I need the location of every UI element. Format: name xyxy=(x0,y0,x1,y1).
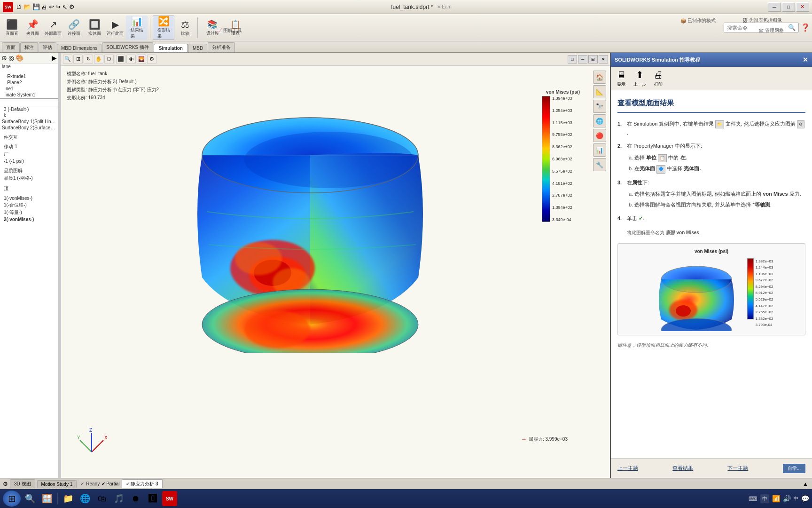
zoom-area-icon[interactable]: ⊞ xyxy=(73,55,83,64)
new-file-icon[interactable]: 🗋 xyxy=(16,3,22,11)
quick-icon-5[interactable]: 🔴 xyxy=(593,129,606,142)
tree-item-study3[interactable]: 3 (-Default-) xyxy=(0,106,58,112)
print-icon[interactable]: 🖨 xyxy=(41,3,47,11)
taskbar-icon-taskview[interactable]: 🪟 xyxy=(39,491,55,506)
connections-btn[interactable]: 🔗连接面 xyxy=(64,16,84,40)
compare-btn[interactable]: ⚖比较 xyxy=(175,16,195,40)
properties-icon[interactable]: ⚙ xyxy=(69,3,75,11)
tree-item-vonmises2[interactable]: 2(-vonMises-) xyxy=(0,216,58,222)
existing-models-btn[interactable]: 📦已制作的模式 xyxy=(678,16,718,25)
tree-item-quality-plot[interactable]: 品质图解 xyxy=(0,167,58,175)
quick-icon-1[interactable]: 🏠 xyxy=(593,71,606,84)
tab-simulation[interactable]: Simulation xyxy=(154,44,188,52)
close-btn[interactable]: ✕ xyxy=(796,2,809,12)
tree-item-strain1[interactable]: 1(-等量-) xyxy=(0,209,58,216)
chart-tools-btn[interactable]: 📈图解工具 xyxy=(216,27,242,34)
select-tool-icon[interactable]: ↖ xyxy=(62,3,68,11)
fixtures-btn[interactable]: 📌夹具面 xyxy=(23,16,42,40)
feature-tree-icon[interactable]: ⊕ xyxy=(1,54,7,62)
print-tutorial-btn[interactable]: 🖨打印 xyxy=(654,70,663,87)
view-results-link[interactable]: 查看结果 xyxy=(672,465,693,472)
quick-icon-3[interactable]: 🔭 xyxy=(593,100,606,113)
tree-item-displacement1[interactable]: 1(-合位移-) xyxy=(0,201,58,209)
tree-item-k[interactable]: k xyxy=(0,112,58,119)
tree-item-vonmises1[interactable]: 1(-vonMises-) xyxy=(0,195,58,201)
search-icon[interactable]: 🔍 xyxy=(788,24,796,31)
tree-item-surface1[interactable]: SurfaceBody 1(Split Line1) ( xyxy=(0,119,58,125)
tab-annotation[interactable]: 标注 xyxy=(20,42,38,52)
tab-mbd[interactable]: MBD xyxy=(188,44,207,52)
taskbar-network-icon[interactable]: 📶 xyxy=(772,495,780,502)
maximize-btn[interactable]: □ xyxy=(782,2,795,12)
apply-scene-icon[interactable]: 🌄 xyxy=(137,55,146,64)
open-file-icon[interactable]: 📂 xyxy=(23,3,31,11)
taskbar-icon-sw[interactable]: SW xyxy=(162,491,177,506)
tree-item-extrude1[interactable]: -Extrude1 xyxy=(0,73,58,79)
taskbar-icon-folder[interactable]: 📁 xyxy=(61,491,76,506)
property-manager-icon[interactable]: ◎ xyxy=(8,54,14,62)
tree-item-ne1[interactable]: ne1 xyxy=(0,86,58,92)
close-viewport-btn[interactable]: ✕ xyxy=(599,55,608,64)
tree-item-coord-system[interactable]: inate System1 xyxy=(0,92,58,99)
tree-item-plane2[interactable]: -Plane2 xyxy=(0,79,58,86)
status-tab-motion-study[interactable]: Motion Study 1 xyxy=(37,480,77,488)
tree-item-minus1[interactable]: -1 (-1 psi) xyxy=(0,158,58,164)
run-btn[interactable]: ▶运行此面 xyxy=(105,16,125,40)
tutorial-close-btn[interactable]: ✕ xyxy=(803,56,808,64)
tree-item-parts-interaction[interactable]: 件交互 xyxy=(0,134,58,141)
tree-item-surface2[interactable]: SurfaceBody 2(Surface-Plan xyxy=(0,125,58,131)
status-tab-3dview[interactable]: 3D 视图 xyxy=(10,479,35,488)
faces-btn[interactable]: ⬛直面直 xyxy=(2,16,22,40)
prev-topic-link[interactable]: 上一主题 xyxy=(617,465,638,472)
taskbar-notification-icon[interactable]: 💬 xyxy=(801,495,809,502)
quick-icon-2[interactable]: 📐 xyxy=(593,85,606,98)
maximize-viewport-btn[interactable]: ⊞ xyxy=(588,55,598,64)
view-orient-icon[interactable]: 🔍 xyxy=(63,55,72,64)
tree-item-top[interactable]: 顶 xyxy=(0,185,58,192)
quick-icon-7[interactable]: 🔧 xyxy=(593,158,606,171)
prev-step-btn[interactable]: ⬆上一步 xyxy=(633,69,646,87)
tab-faces[interactable]: 直面 xyxy=(2,42,20,52)
taskbar-icon-music[interactable]: 🎵 xyxy=(111,491,126,506)
next-topic-link[interactable]: 下一主题 xyxy=(727,465,748,472)
collapse-panel-btn[interactable]: ▲ xyxy=(802,480,809,488)
undo-icon[interactable]: ↩ xyxy=(49,3,54,11)
config-manager-icon[interactable]: 🎨 xyxy=(16,54,23,62)
taskbar-icon-edge[interactable]: 🌐 xyxy=(78,491,93,506)
taskbar-icon-onenote[interactable]: 🅾 xyxy=(145,491,160,506)
tab-mbd-dimensions[interactable]: MBD Dimensions xyxy=(57,44,102,52)
quick-icon-6[interactable]: 📊 xyxy=(593,143,606,157)
minimize-viewport-btn[interactable]: ─ xyxy=(578,55,587,64)
taskbar-icon-record[interactable]: ⏺ xyxy=(128,491,143,506)
save-icon[interactable]: 💾 xyxy=(32,3,40,11)
pan-icon[interactable]: ✋ xyxy=(94,55,103,64)
expand-sidebar-icon[interactable]: ▶ xyxy=(52,54,57,62)
tree-item-lane[interactable]: lane xyxy=(0,64,58,70)
self-study-btn[interactable]: 自学... xyxy=(783,464,805,473)
transform-btn[interactable]: 🔀变形结果 xyxy=(153,16,174,40)
external-loads-btn[interactable]: ↗外部载面 xyxy=(43,16,63,40)
tab-analysis-prep[interactable]: 分析准备 xyxy=(208,42,235,52)
tree-item-factory[interactable]: 厂 xyxy=(0,151,58,158)
hide-show-icon[interactable]: 👁 xyxy=(126,55,136,64)
view-settings-icon[interactable]: ⚙ xyxy=(147,55,156,64)
taskbar-lang-indicator[interactable]: 中 xyxy=(760,494,769,503)
redo-icon[interactable]: ↪ xyxy=(55,3,61,11)
help-icon[interactable]: ❓ xyxy=(801,23,810,32)
tree-item-quality1[interactable]: 品质1 (-网格-) xyxy=(0,175,58,182)
for-report-btn[interactable]: 🖼为报表包括图像 xyxy=(741,16,784,24)
taskbar-keyboard-icon[interactable]: ⌨ xyxy=(749,495,757,502)
solid-mesh-btn[interactable]: 🔲实体面 xyxy=(85,16,104,40)
results-btn[interactable]: 📊结果结果 xyxy=(126,16,148,40)
start-button[interactable]: ⊞ xyxy=(3,491,21,507)
display-style-icon[interactable]: ⬛ xyxy=(116,55,125,64)
minimize-btn[interactable]: ─ xyxy=(768,2,781,12)
status-analysis[interactable]: ✔ 静应力分析 3 xyxy=(122,479,163,488)
toggle-view-btn[interactable]: □ xyxy=(568,55,577,64)
manage-network-btn[interactable]: 🕸管理网格 xyxy=(759,27,784,34)
tab-sw-plugins[interactable]: SOLIDWORKS 插件 xyxy=(102,42,153,52)
display-btn[interactable]: 🖥显示 xyxy=(617,70,626,87)
quick-icon-4[interactable]: 🌐 xyxy=(593,114,606,127)
section-view-icon[interactable]: ⬡ xyxy=(104,55,114,64)
rotate-icon[interactable]: ↻ xyxy=(84,55,93,64)
